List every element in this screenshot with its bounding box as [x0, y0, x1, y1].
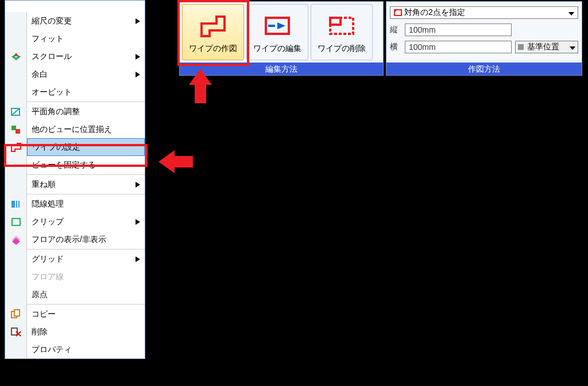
input-vertical[interactable]: 100mm [405, 24, 512, 36]
menu-item: フロア線 [27, 268, 145, 286]
submenu-arrow-icon [136, 255, 140, 264]
menu-item-icon [5, 65, 26, 83]
menu-item-label: コピー [32, 309, 56, 319]
menu-item[interactable]: クリップ [27, 213, 145, 231]
menu-item[interactable]: プロパティ [27, 341, 145, 358]
menu-item-label: クリップ [32, 217, 64, 227]
menu-item[interactable]: 縮尺の変更 [27, 12, 145, 30]
menu-item-icon [5, 323, 26, 341]
menu-item-icon [5, 231, 26, 248]
svg-marker-33 [568, 12, 574, 15]
menu-item-icon [5, 250, 26, 268]
menu-item[interactable]: 余白 [27, 65, 145, 83]
menu-item[interactable]: 重ね順 [27, 176, 145, 193]
svg-rect-32 [394, 9, 396, 11]
menu-item-label: ビューを固定する [32, 160, 96, 170]
menu-item[interactable]: グリッド [27, 250, 145, 268]
wipe-delete-icon [328, 14, 355, 39]
ribbon-group-label: 作図方法 [386, 63, 582, 75]
input-horizontal[interactable]: 100mm [405, 41, 512, 53]
caret-down-icon [568, 8, 574, 17]
menu-item-label: フィット [32, 34, 64, 44]
menu-item-label: フロア線 [32, 272, 64, 282]
svg-marker-21 [136, 54, 140, 60]
svg-rect-30 [330, 18, 341, 25]
menu-item-label: 平面角の調整 [32, 107, 80, 117]
svg-marker-20 [136, 18, 140, 24]
ribbon-button-wipe-delete[interactable]: ワイプの削除 [311, 4, 373, 60]
svg-marker-35 [158, 150, 193, 173]
svg-marker-24 [136, 219, 140, 225]
menu-item[interactable]: フロアの表示/非表示 [27, 231, 145, 248]
menu-item-label: グリッド [32, 254, 64, 264]
menu-item-label: 縮尺の変更 [32, 16, 72, 26]
menu-item[interactable]: 隠線処理 [27, 195, 145, 213]
menu-item-label: フロアの表示/非表示 [32, 235, 106, 245]
menu-item-label: 原点 [32, 290, 48, 300]
menu-item-label: 隠線処理 [32, 199, 64, 209]
svg-rect-9 [11, 201, 15, 208]
svg-rect-8 [16, 129, 20, 134]
menu-item-icon [5, 195, 26, 213]
ribbon-button-wipe-edit[interactable]: ワイプの編集 [246, 4, 308, 60]
menu-item-label: プロパティ [32, 345, 72, 355]
view-context-menu: 縮尺の変更フィットスクロール余白オービット平面角の調整他のビューに位置揃えワイプ… [5, 0, 145, 359]
menu-item-icon [5, 138, 26, 156]
menu-item-icon [5, 30, 26, 48]
ribbon-group-draw-method: 対角の2点を指定 縦 100mm 横 100mm [386, 1, 582, 76]
ribbon-group-label: 編集方法 [180, 63, 383, 75]
menu-item-label: 余白 [32, 69, 48, 80]
menu-item[interactable]: ビューを固定する [27, 156, 145, 174]
menu-item[interactable]: コピー [27, 305, 145, 323]
menu-item-icon [5, 286, 26, 303]
menu-item-icon [5, 12, 26, 30]
base-position-dropdown[interactable]: 基準位置 [515, 41, 578, 53]
menu-item-icon [5, 103, 26, 120]
ribbon-group-edit-method: ワイプの作図 ワイプの編集 ワイプの削除 編集方法 [179, 1, 384, 76]
field-label-vertical: 縦 [390, 25, 401, 35]
menu-item-label: 削除 [32, 327, 48, 337]
svg-rect-11 [18, 201, 20, 208]
menu-item-icon [5, 176, 26, 193]
svg-marker-4 [17, 54, 21, 59]
svg-marker-22 [136, 72, 140, 77]
ribbon-button-wipe-create[interactable]: ワイプの作図 [182, 4, 244, 60]
svg-marker-25 [136, 256, 140, 262]
menu-item-label: 他のビューに位置揃え [32, 124, 112, 135]
wipe-create-icon [199, 14, 227, 39]
draw-mode-dropdown[interactable]: 対角の2点を指定 [390, 6, 578, 19]
menu-item-label: スクロール [32, 52, 72, 62]
menu-item-icon [5, 305, 26, 323]
svg-marker-34 [570, 46, 575, 50]
svg-rect-16 [14, 310, 20, 316]
svg-rect-7 [11, 126, 16, 130]
submenu-arrow-icon [136, 17, 140, 26]
wipe-edit-icon [264, 14, 291, 39]
menu-item[interactable]: オービット [27, 83, 145, 101]
menu-item-icon [5, 83, 26, 101]
submenu-arrow-icon [136, 217, 140, 227]
menu-item[interactable]: ワイプの設定 [27, 138, 145, 156]
svg-marker-3 [11, 54, 15, 59]
menu-item[interactable]: 他のビューに位置揃え [27, 120, 145, 138]
menu-item[interactable]: フィット [27, 30, 145, 48]
draw-mode-label: 対角の2点を指定 [404, 7, 568, 18]
menu-item-icon [5, 213, 26, 231]
submenu-arrow-icon [136, 180, 140, 189]
menu-item[interactable]: 削除 [27, 323, 145, 341]
menu-item-icon [5, 268, 26, 286]
ribbon-button-label: ワイプの編集 [253, 44, 301, 54]
menu-item-label: ワイプの設定 [32, 142, 80, 153]
menu-item[interactable]: 原点 [27, 286, 145, 303]
svg-marker-27 [277, 22, 285, 29]
menu-item-icon [5, 156, 26, 174]
menu-item[interactable]: スクロール [27, 48, 145, 65]
base-position-icon [518, 44, 524, 50]
menu-item-icon [5, 341, 26, 358]
menu-item[interactable]: 平面角の調整 [27, 103, 145, 120]
menu-item-icon [5, 48, 26, 65]
ribbon-button-label: ワイプの削除 [318, 44, 366, 54]
base-position-label: 基準位置 [527, 42, 559, 52]
svg-rect-12 [12, 219, 20, 225]
menu-item-label: 重ね順 [32, 180, 56, 190]
